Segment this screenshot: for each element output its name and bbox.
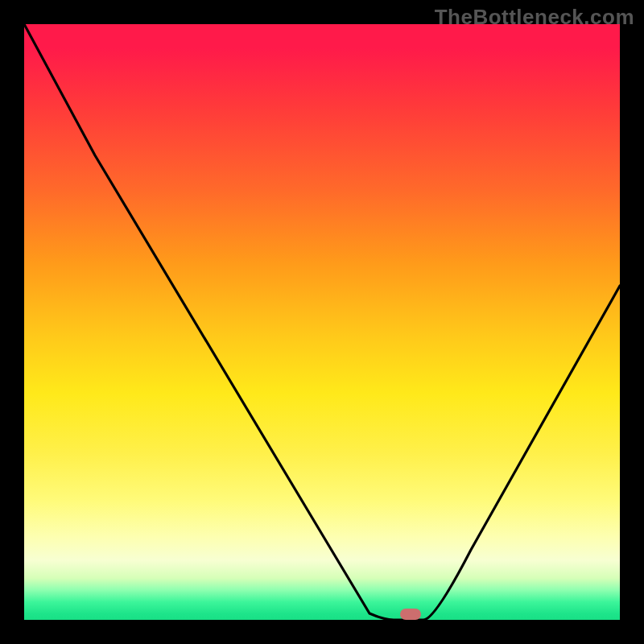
plot-area <box>24 24 620 620</box>
curve-path <box>24 24 620 620</box>
chart-stage: TheBottleneck.com <box>0 0 644 644</box>
bottleneck-curve <box>24 24 620 620</box>
optimal-point-marker <box>400 609 421 620</box>
